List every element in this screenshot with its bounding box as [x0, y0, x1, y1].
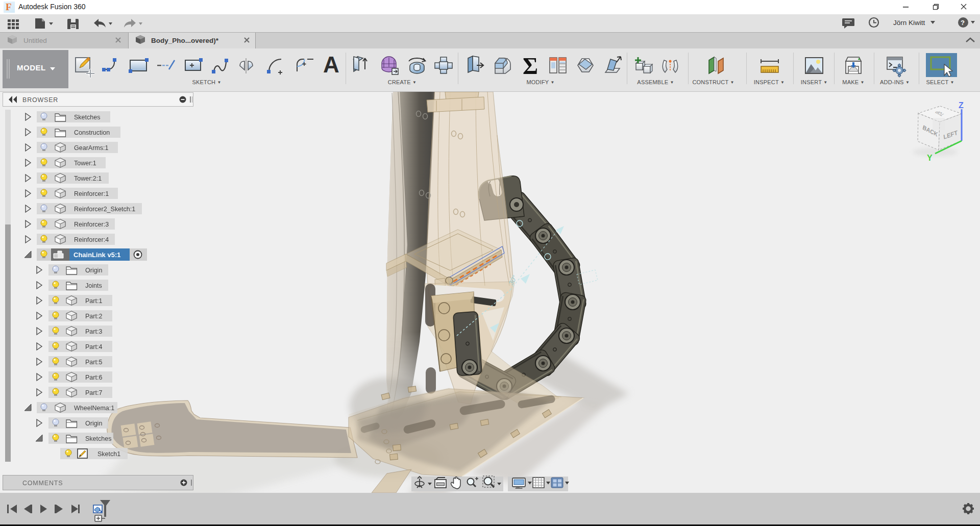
svg-text:Part:7: Part:7 — [85, 389, 102, 396]
svg-text:WheelNema:1: WheelNema:1 — [74, 405, 114, 412]
svg-text:?: ? — [961, 19, 965, 27]
svg-text:Tower:2:1: Tower:2:1 — [74, 175, 102, 182]
svg-text:Untitled: Untitled — [23, 37, 47, 44]
svg-text:Construction: Construction — [74, 129, 110, 136]
svg-text:Σ: Σ — [523, 53, 538, 79]
svg-text:Origin: Origin — [85, 420, 102, 427]
svg-text:Reinforcer:3: Reinforcer:3 — [74, 221, 109, 228]
svg-text:Part:5: Part:5 — [85, 359, 102, 366]
svg-text:Reinforcer:4: Reinforcer:4 — [74, 236, 109, 243]
svg-text:Z: Z — [959, 101, 964, 110]
svg-text:Part:1: Part:1 — [85, 297, 102, 305]
svg-text:Origin: Origin — [85, 267, 102, 274]
svg-text:Part:2: Part:2 — [85, 313, 102, 320]
svg-text:Reinforcer2_Sketch:1: Reinforcer2_Sketch:1 — [74, 206, 135, 213]
svg-text:Part:6: Part:6 — [85, 374, 102, 381]
svg-text:GearArms:1: GearArms:1 — [74, 144, 108, 152]
svg-text:Y: Y — [927, 154, 933, 162]
svg-text:Sketches: Sketches — [85, 435, 111, 442]
svg-text:Sketch1: Sketch1 — [97, 450, 120, 458]
svg-text:Joints: Joints — [85, 282, 102, 289]
svg-text:COMMENTS: COMMENTS — [22, 480, 63, 487]
svg-text:ChainLink v5:1: ChainLink v5:1 — [74, 251, 120, 259]
svg-text:A: A — [323, 52, 339, 77]
svg-text:Jörn Kiwitt: Jörn Kiwitt — [893, 19, 925, 27]
svg-text:Part:4: Part:4 — [85, 343, 102, 350]
svg-text:Body_Pho...overed)*: Body_Pho...overed)* — [151, 37, 219, 44]
svg-text:Sketches: Sketches — [74, 114, 100, 121]
svg-text:Tower:1: Tower:1 — [74, 160, 96, 167]
svg-text:Part:3: Part:3 — [85, 328, 102, 335]
svg-text:Reinforcer:1: Reinforcer:1 — [74, 190, 109, 197]
